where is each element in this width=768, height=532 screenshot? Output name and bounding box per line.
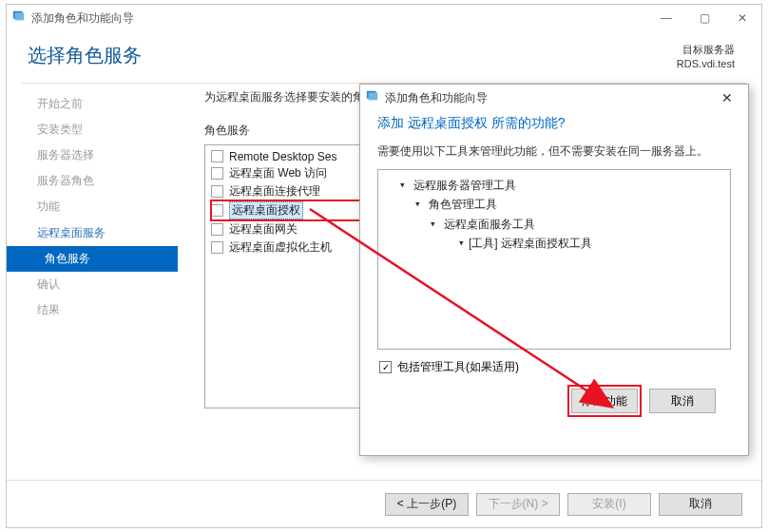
tree-node[interactable]: 远程桌面服务工具 [工具] 远程桌面授权工具 [432, 215, 722, 254]
checkbox-icon[interactable] [211, 167, 223, 180]
checkbox-icon[interactable] [211, 150, 223, 162]
svg-rect-3 [369, 93, 378, 101]
server-manager-icon [12, 10, 26, 27]
server-manager-icon [366, 89, 379, 106]
install-button: 安装(I) [567, 493, 651, 516]
page-title: 选择角色服务 [28, 43, 677, 68]
close-button[interactable]: ✕ [723, 5, 761, 31]
minimize-button[interactable]: ― [647, 5, 685, 31]
checkbox-icon[interactable]: ✓ [379, 361, 392, 373]
nav-features[interactable]: 功能 [7, 194, 178, 219]
nav-install-type[interactable]: 安装类型 [7, 117, 178, 142]
svg-rect-1 [15, 13, 25, 21]
nav-results[interactable]: 结果 [7, 297, 178, 323]
close-icon[interactable]: ✕ [710, 90, 744, 105]
nav-rds[interactable]: 远程桌面服务 [7, 220, 178, 246]
tree-node[interactable]: 角色管理工具 远程桌面服务工具 [工具] 远程桌面授权工具 [416, 195, 722, 253]
feature-tree: 远程服务器管理工具 角色管理工具 远程桌面服务工具 [工具] 远程桌面授权工具 [377, 169, 731, 350]
cancel-button[interactable]: 取消 [659, 493, 742, 516]
target-label: 目标服务器 [677, 43, 735, 57]
window-title: 添加角色和功能向导 [31, 10, 647, 27]
nav-server-select[interactable]: 服务器选择 [7, 142, 178, 168]
nav-confirm[interactable]: 确认 [7, 272, 178, 297]
dialog-cancel-button[interactable]: 取消 [649, 389, 716, 413]
dialog-titlebar: 添加角色和功能向导 ✕ [360, 85, 748, 109]
checkbox-icon[interactable] [211, 185, 223, 198]
next-button: 下一步(N) > [476, 493, 560, 516]
include-tools-checkbox[interactable]: ✓ 包括管理工具(如果适用) [379, 359, 731, 375]
nav-role-services[interactable]: 角色服务 [7, 246, 178, 272]
dialog-description: 需要使用以下工具来管理此功能，但不需要安装在同一服务器上。 [377, 143, 731, 160]
add-features-button[interactable]: 添加功能 [571, 389, 638, 413]
checkbox-icon[interactable] [211, 204, 223, 217]
add-features-dialog: 添加角色和功能向导 ✕ 添加 远程桌面授权 所需的功能? 需要使用以下工具来管理… [359, 84, 749, 456]
target-info: 目标服务器 RDS.vdi.test [677, 43, 735, 71]
include-tools-label: 包括管理工具(如果适用) [397, 359, 519, 375]
nav-server-roles[interactable]: 服务器角色 [7, 168, 178, 194]
target-value: RDS.vdi.test [677, 57, 735, 71]
checkbox-icon[interactable] [211, 223, 223, 236]
titlebar: 添加角色和功能向导 ― ▢ ✕ [7, 5, 761, 31]
nav-before[interactable]: 开始之前 [7, 91, 178, 117]
maximize-button[interactable]: ▢ [685, 5, 723, 31]
dialog-title: 添加角色和功能向导 [385, 90, 710, 106]
prev-button[interactable]: < 上一步(P) [385, 493, 469, 516]
wizard-nav: 开始之前 安装类型 服务器选择 服务器角色 功能 远程桌面服务 角色服务 确认 … [7, 84, 178, 464]
dialog-heading: 添加 远程桌面授权 所需的功能? [377, 115, 731, 132]
wizard-footer: < 上一步(P) 下一步(N) > 安装(I) 取消 [7, 480, 761, 527]
tree-node[interactable]: 远程服务器管理工具 角色管理工具 远程桌面服务工具 [工具] 远程桌面授权工具 [401, 176, 722, 254]
checkbox-icon[interactable] [211, 241, 223, 254]
tree-leaf[interactable]: [工具] 远程桌面授权工具 [460, 234, 722, 253]
